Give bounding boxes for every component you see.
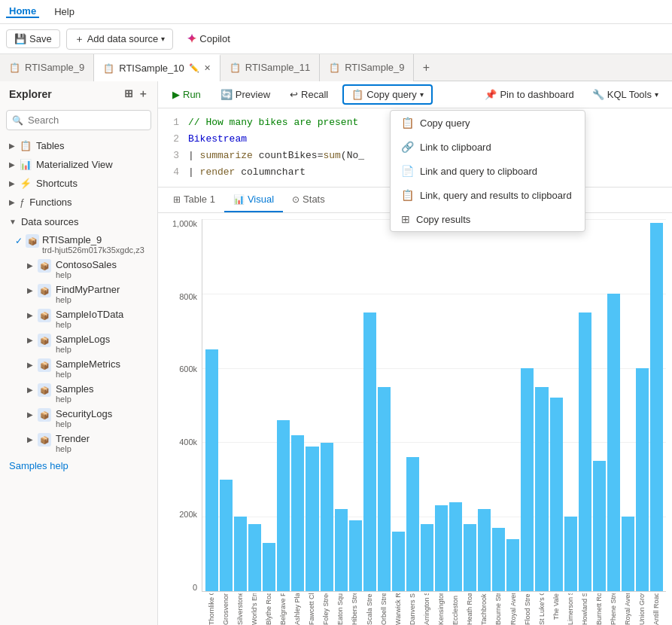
- list-item[interactable]: ▶ 📦 Sampleshelp: [0, 381, 157, 406]
- ds-icon: 📦: [38, 358, 51, 372]
- bar[interactable]: [506, 539, 519, 591]
- bar[interactable]: [550, 398, 563, 591]
- copy-query-button[interactable]: 📋 Copy query ▾: [342, 84, 432, 105]
- samples-help[interactable]: Samples help: [0, 456, 157, 476]
- bar[interactable]: [593, 461, 606, 591]
- bar[interactable]: [535, 387, 548, 591]
- bar[interactable]: [449, 502, 462, 591]
- copilot-button[interactable]: ✦ Copilot: [179, 29, 237, 49]
- recall-button[interactable]: ↩ Recall: [281, 85, 336, 104]
- bar[interactable]: [291, 435, 304, 591]
- bar[interactable]: [234, 517, 247, 591]
- x-label: Royal Avenue 1: [622, 593, 634, 623]
- dropdown-item-link-query-clipboard[interactable]: 📄 Link and query to clipboard: [391, 159, 585, 183]
- bar[interactable]: [478, 509, 491, 591]
- materialized-view-icon: 📊: [20, 159, 32, 170]
- bar[interactable]: [220, 480, 233, 591]
- sidebar-item-materialized-view[interactable]: ▶ 📊 Materialized View: [0, 155, 157, 174]
- list-item[interactable]: ▶ 📦 ContosoSaleshelp: [0, 257, 157, 282]
- list-item[interactable]: ▶ 📦 Trenderhelp: [0, 431, 157, 456]
- tab-rtisample10[interactable]: 📋 RTISample_10 ✏️ ✕: [94, 54, 220, 81]
- bar[interactable]: [622, 517, 634, 591]
- bar[interactable]: [363, 312, 376, 591]
- editor-results: ▶ Run 🔄 Preview ↩ Recall 📋 Copy query ▾ …: [158, 81, 672, 625]
- bar[interactable]: [579, 312, 591, 591]
- dropdown-item-link-query-results[interactable]: 📋 Link, query and results to clipboard: [391, 183, 585, 207]
- nav-help[interactable]: Help: [51, 6, 78, 17]
- data-sources-header[interactable]: ▼ Data sources: [0, 212, 157, 232]
- edit-icon[interactable]: ✏️: [189, 63, 199, 73]
- bar[interactable]: [306, 447, 318, 592]
- bar[interactable]: [650, 223, 663, 591]
- save-button[interactable]: 💾 Save: [6, 29, 60, 48]
- run-button[interactable]: ▶ Run: [164, 85, 209, 104]
- expand-icon: ▶: [27, 261, 33, 270]
- y-axis: 1,000k 800k 600k 400k 200k 0: [164, 219, 202, 592]
- bar[interactable]: [349, 520, 362, 591]
- list-item[interactable]: ▶ 📦 SampleIoTDatahelp: [0, 306, 157, 331]
- ds-icon: 📦: [38, 334, 51, 347]
- search-icon: 🔍: [12, 115, 23, 126]
- list-item[interactable]: ▶ 📦 FindMyPartnerhelp: [0, 282, 157, 306]
- list-item[interactable]: ▶ 📦 SampleMetricshelp: [0, 356, 157, 381]
- tab-table1[interactable]: ⊞ Table 1: [164, 188, 224, 212]
- x-label: St Luke's Church: [535, 593, 548, 623]
- list-item[interactable]: ▶ 📦 SampleLogshelp: [0, 331, 157, 356]
- bar[interactable]: [421, 524, 433, 591]
- tab-stats[interactable]: ⊙ Stats: [283, 188, 334, 212]
- bar[interactable]: [435, 505, 448, 591]
- bar[interactable]: [492, 528, 505, 591]
- tab-rtisample9-2[interactable]: 📋 RTISample_9: [320, 54, 414, 81]
- dropdown-item-copy-query[interactable]: 📋 Copy query: [391, 111, 585, 135]
- bar[interactable]: [263, 543, 275, 591]
- bar[interactable]: [636, 368, 649, 591]
- data-source-name: SecurityLogs: [56, 408, 112, 419]
- x-label: Kensington Olympia Station: [435, 593, 448, 623]
- add-tab-button[interactable]: +: [414, 54, 438, 81]
- list-item[interactable]: ✓ 📦 RTISample_9 trd-hjut526m017k35xgdc,z…: [0, 232, 157, 257]
- preview-button[interactable]: 🔄 Preview: [212, 85, 278, 104]
- bar[interactable]: [321, 443, 333, 591]
- bar[interactable]: [277, 420, 290, 591]
- add-item-icon[interactable]: ＋: [138, 87, 148, 101]
- expand-icon[interactable]: ⊞: [124, 87, 133, 101]
- data-source-sub: help: [56, 395, 94, 404]
- x-label: Foley Street: [320, 593, 333, 623]
- sidebar-item-functions[interactable]: ▶ ƒ Functions: [0, 193, 157, 212]
- tab-icon: 📋: [329, 62, 340, 73]
- editor-toolbar: ▶ Run 🔄 Preview ↩ Recall 📋 Copy query ▾ …: [158, 81, 672, 108]
- dropdown-item-copy-results[interactable]: ⊞ Copy results: [391, 207, 585, 231]
- tab-rtisample9-1[interactable]: 📋 RTISample_9: [0, 54, 94, 81]
- sidebar-header: Explorer ⊞ ＋: [0, 81, 157, 107]
- pin-dashboard-button[interactable]: 📌 Pin to dashboard: [477, 86, 581, 103]
- expand-icon: ▶: [27, 336, 33, 344]
- kql-tools-button[interactable]: 🔧 KQL Tools ▾: [585, 86, 666, 103]
- bar[interactable]: [248, 524, 261, 591]
- chevron-down-icon: ▾: [655, 90, 658, 99]
- bar[interactable]: [607, 294, 620, 591]
- copilot-icon: ✦: [187, 32, 196, 46]
- data-source-name: SampleLogs: [56, 334, 110, 345]
- search-input[interactable]: [6, 110, 151, 130]
- bar[interactable]: [378, 387, 391, 591]
- sidebar-item-shortcuts[interactable]: ▶ ⚡ Shortcuts: [0, 174, 157, 193]
- bar[interactable]: [564, 517, 577, 591]
- stats-icon: ⊙: [292, 194, 300, 205]
- add-data-source-button[interactable]: ＋ Add data source ▾: [66, 29, 174, 50]
- dropdown-item-link-clipboard[interactable]: 🔗 Link to clipboard: [391, 135, 585, 159]
- tab-visual[interactable]: 📊 Visual: [224, 188, 283, 212]
- bar[interactable]: [521, 368, 534, 591]
- bar[interactable]: [406, 457, 419, 591]
- nav-home[interactable]: Home: [6, 5, 39, 18]
- bar[interactable]: [205, 349, 218, 591]
- line-number: 2: [167, 131, 179, 148]
- sidebar-item-tables[interactable]: ▶ 📋 Tables: [0, 136, 157, 155]
- bar[interactable]: [335, 509, 348, 591]
- close-icon[interactable]: ✕: [204, 63, 211, 73]
- tab-rtisample11[interactable]: 📋 RTISample_11: [220, 54, 320, 81]
- list-item[interactable]: ▶ 📦 SecurityLogshelp: [0, 406, 157, 431]
- data-source-name: Trender: [56, 433, 90, 444]
- table-icon: ⊞: [173, 194, 181, 205]
- bar[interactable]: [392, 532, 405, 591]
- bar[interactable]: [464, 524, 476, 591]
